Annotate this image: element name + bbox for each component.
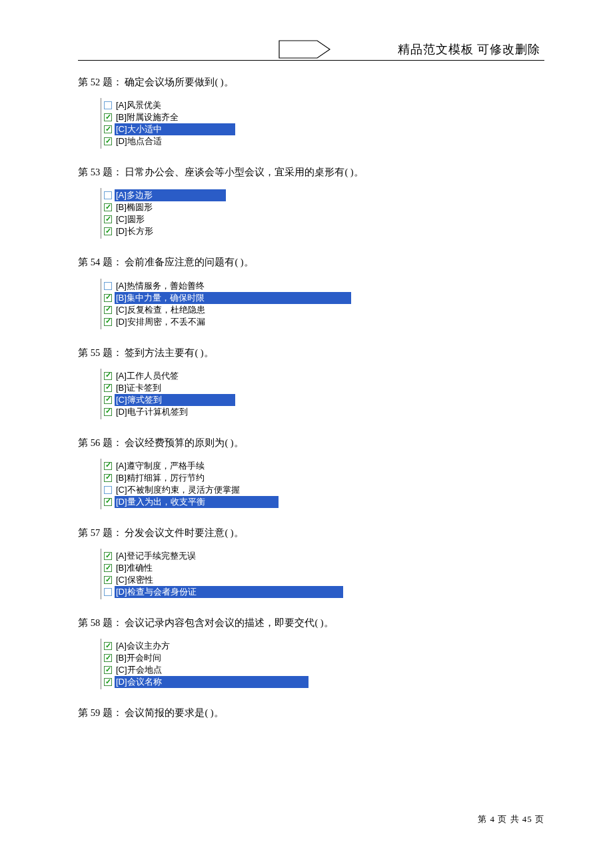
checkbox-checked-icon[interactable] — [104, 372, 112, 380]
checkbox-unchecked-icon[interactable] — [104, 588, 112, 596]
checkbox-checked-icon[interactable] — [104, 294, 112, 302]
option-label: [C]大小适中 — [115, 123, 235, 135]
option-label: [C]圆形 — [115, 213, 146, 225]
option-label: [A]热情服务，善始善终 — [115, 280, 206, 292]
option-label: [A]风景优美 — [115, 99, 163, 111]
option-label: [A]多边形 — [115, 189, 226, 201]
option-row[interactable]: [A]登记手续完整无误 — [104, 550, 343, 562]
checkbox-checked-icon[interactable] — [104, 564, 112, 572]
question-stem: 第 52 题： 确定会议场所要做到( )。 — [78, 75, 544, 90]
checkbox-checked-icon[interactable] — [104, 396, 112, 404]
question-stem: 第 54 题： 会前准备应注意的问题有( )。 — [78, 255, 544, 270]
option-label: [D]量入为出，收支平衡 — [115, 496, 279, 508]
option-label: [C]簿式签到 — [115, 394, 235, 406]
option-row[interactable]: [A]多边形 — [104, 189, 226, 201]
option-label: [B]椭圆形 — [115, 201, 154, 213]
option-row[interactable]: [D]电子计算机签到 — [104, 406, 235, 418]
option-label: [B]精打细算，厉行节约 — [115, 472, 206, 484]
checkbox-checked-icon[interactable] — [104, 113, 112, 121]
question-stem: 第 55 题： 签到方法主要有( )。 — [78, 345, 544, 361]
question-stem: 第 53 题： 日常办公会、座谈会等小型会议，宜采用的桌形有( )。 — [78, 165, 544, 180]
option-label: [C]反复检查，杜绝隐患 — [115, 304, 207, 316]
option-row[interactable]: [C]簿式签到 — [104, 394, 235, 406]
checkbox-checked-icon[interactable] — [104, 678, 112, 686]
checkbox-checked-icon[interactable] — [104, 408, 112, 416]
page-footer: 第 4 页 共 45 页 — [478, 813, 544, 825]
option-row[interactable]: [C]反复检查，杜绝隐患 — [104, 304, 351, 316]
checkbox-unchecked-icon[interactable] — [104, 191, 112, 199]
option-row[interactable]: [C]不被制度约束，灵活方便掌握 — [104, 484, 279, 496]
checkbox-checked-icon[interactable] — [104, 552, 112, 560]
option-row[interactable]: [B]证卡签到 — [104, 382, 235, 394]
option-row[interactable]: [B]开会时间 — [104, 652, 308, 664]
option-row[interactable]: [D]地点合适 — [104, 135, 235, 147]
checkbox-checked-icon[interactable] — [104, 498, 112, 506]
checkbox-checked-icon[interactable] — [104, 137, 112, 145]
options-group: [A]登记手续完整无误[B]准确性[C]保密性[D]检查与会者身份证 — [101, 549, 343, 599]
option-label: [B]集中力量，确保时限 — [115, 292, 351, 304]
option-row[interactable]: [D]会议名称 — [104, 676, 308, 688]
option-row[interactable]: [B]准确性 — [104, 562, 343, 574]
option-label: [C]保密性 — [115, 574, 155, 586]
question-56: 第 56 题： 会议经费预算的原则为( )。[A]遵守制度，严格手续[B]精打细… — [78, 435, 544, 509]
checkbox-checked-icon[interactable] — [104, 654, 112, 662]
question-52: 第 52 题： 确定会议场所要做到( )。[A]风景优美[B]附属设施齐全[C]… — [78, 75, 544, 149]
option-label: [D]会议名称 — [115, 676, 308, 688]
option-row[interactable]: [A]热情服务，善始善终 — [104, 280, 351, 292]
option-label: [D]地点合适 — [115, 135, 163, 147]
checkbox-checked-icon[interactable] — [104, 125, 112, 133]
option-row[interactable]: [C]圆形 — [104, 213, 226, 225]
question-58: 第 58 题： 会议记录内容包含对会议的描述，即要交代( )。[A]会议主办方[… — [78, 615, 544, 689]
question-stem: 第 58 题： 会议记录内容包含对会议的描述，即要交代( )。 — [78, 615, 544, 631]
option-label: [A]遵守制度，严格手续 — [115, 460, 206, 472]
options-group: [A]遵守制度，严格手续[B]精打细算，厉行节约[C]不被制度约束，灵活方便掌握… — [101, 459, 279, 509]
question-stem: 第 59 题： 会议简报的要求是( )。 — [78, 705, 544, 721]
checkbox-checked-icon[interactable] — [104, 318, 112, 326]
option-row[interactable]: [A]会议主办方 — [104, 640, 308, 652]
checkbox-checked-icon[interactable] — [104, 474, 112, 482]
option-row[interactable]: [C]大小适中 — [104, 123, 235, 135]
option-row[interactable]: [D]安排周密，不丢不漏 — [104, 316, 351, 328]
question-stem: 第 57 题： 分发会议文件时要注意( )。 — [78, 525, 544, 541]
option-label: [B]证卡签到 — [115, 382, 163, 394]
option-label: [D]安排周密，不丢不漏 — [115, 316, 207, 328]
option-row[interactable]: [B]精打细算，厉行节约 — [104, 472, 279, 484]
option-label: [C]不被制度约束，灵活方便掌握 — [115, 484, 241, 496]
checkbox-checked-icon[interactable] — [104, 462, 112, 470]
question-stem: 第 56 题： 会议经费预算的原则为( )。 — [78, 435, 544, 451]
checkbox-unchecked-icon[interactable] — [104, 282, 112, 290]
page: 精品范文模板 可修改删除 第 52 题： 确定会议场所要做到( )。[A]风景优… — [0, 0, 613, 868]
checkbox-unchecked-icon[interactable] — [104, 101, 112, 109]
checkbox-checked-icon[interactable] — [104, 215, 112, 223]
option-row[interactable]: [D]长方形 — [104, 225, 226, 237]
checkbox-checked-icon[interactable] — [104, 227, 112, 235]
checkbox-checked-icon[interactable] — [104, 203, 112, 211]
option-row[interactable]: [D]量入为出，收支平衡 — [104, 496, 279, 508]
option-row[interactable]: [A]工作人员代签 — [104, 370, 235, 382]
option-row[interactable]: [C]开会地点 — [104, 664, 308, 676]
option-row[interactable]: [B]椭圆形 — [104, 201, 226, 213]
question-59: 第 59 题： 会议简报的要求是( )。 — [78, 705, 544, 721]
checkbox-checked-icon[interactable] — [104, 666, 112, 674]
options-group: [A]多边形[B]椭圆形[C]圆形[D]长方形 — [101, 188, 226, 239]
option-row[interactable]: [C]保密性 — [104, 574, 343, 586]
option-label: [A]登记手续完整无误 — [115, 550, 197, 562]
option-label: [B]附属设施齐全 — [115, 111, 180, 123]
checkbox-checked-icon[interactable] — [104, 642, 112, 650]
checkbox-checked-icon[interactable] — [104, 384, 112, 392]
checkbox-checked-icon[interactable] — [104, 306, 112, 314]
checkbox-checked-icon[interactable] — [104, 576, 112, 584]
options-group: [A]风景优美[B]附属设施齐全[C]大小适中[D]地点合适 — [101, 98, 235, 149]
option-row[interactable]: [A]遵守制度，严格手续 — [104, 460, 279, 472]
checkbox-unchecked-icon[interactable] — [104, 486, 112, 494]
option-row[interactable]: [D]检查与会者身份证 — [104, 586, 343, 598]
options-group: [A]热情服务，善始善终[B]集中力量，确保时限[C]反复检查，杜绝隐患[D]安… — [101, 279, 351, 329]
option-label: [D]检查与会者身份证 — [115, 586, 343, 598]
question-57: 第 57 题： 分发会议文件时要注意( )。[A]登记手续完整无误[B]准确性[… — [78, 525, 544, 599]
question-55: 第 55 题： 签到方法主要有( )。[A]工作人员代签[B]证卡签到[C]簿式… — [78, 345, 544, 419]
option-row[interactable]: [B]集中力量，确保时限 — [104, 292, 351, 304]
option-row[interactable]: [A]风景优美 — [104, 99, 235, 111]
option-row[interactable]: [B]附属设施齐全 — [104, 111, 235, 123]
content-area: 第 52 题： 确定会议场所要做到( )。[A]风景优美[B]附属设施齐全[C]… — [78, 75, 544, 737]
question-54: 第 54 题： 会前准备应注意的问题有( )。[A]热情服务，善始善终[B]集中… — [78, 255, 544, 329]
